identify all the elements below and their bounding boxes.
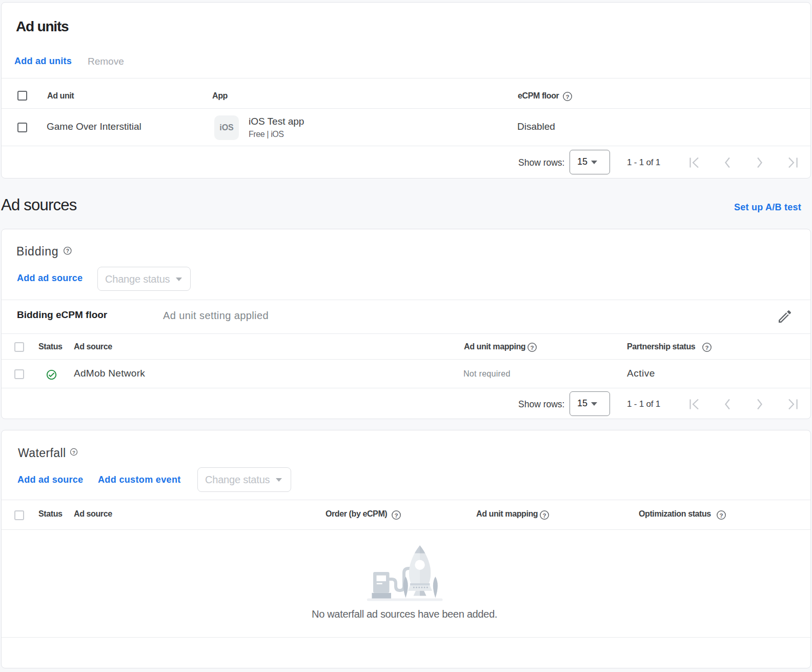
svg-text:?: ? (719, 512, 723, 519)
svg-text:?: ? (542, 512, 546, 519)
svg-text:?: ? (72, 450, 75, 455)
svg-text:?: ? (394, 512, 398, 519)
svg-text:?: ? (530, 345, 534, 351)
svg-text:?: ? (66, 248, 69, 254)
svg-text:?: ? (705, 345, 708, 351)
svg-text:?: ? (565, 94, 569, 100)
